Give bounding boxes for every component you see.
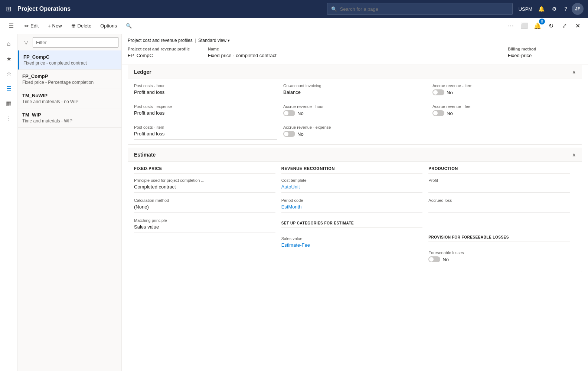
record-header: Project cost and revenue profile FP_Comp…: [122, 45, 588, 65]
foreseeable-losses-label: Foreseeable losses: [428, 250, 570, 255]
options-button[interactable]: Options: [97, 21, 121, 31]
list-panel: ▽ FP_CompC Fixed price - completed contr…: [18, 34, 122, 371]
name-label: Name: [208, 47, 502, 51]
estimate-section-header[interactable]: Estimate ∧: [128, 148, 582, 162]
matching-principle-value[interactable]: Sales value: [134, 224, 275, 233]
name-field: Name Fixed price - completed contract: [208, 47, 502, 60]
cost-template-value[interactable]: AutoUnit: [281, 184, 423, 193]
accrue-revenue-item-toggle[interactable]: [432, 89, 444, 95]
list-item-tm-wip[interactable]: TM_WIP Time and materials - WIP: [18, 108, 121, 128]
setup-categories-header: SET UP CATEGORIES FOR ESTIMATE: [281, 221, 423, 228]
search-input[interactable]: [340, 6, 509, 12]
favorites-icon[interactable]: ☆: [2, 67, 16, 80]
list-item-subtitle-tm-wip: Time and materials - WIP: [22, 118, 117, 124]
billing-value[interactable]: Fixed-price: [508, 53, 582, 60]
new-button[interactable]: + New: [44, 21, 65, 31]
search-icon: 🔍: [331, 6, 337, 12]
post-costs-item-value[interactable]: Profit and loss: [134, 131, 277, 140]
activity-button[interactable]: 🔔 0: [532, 20, 543, 32]
post-costs-hour-value[interactable]: Profit and loss: [134, 89, 277, 98]
hamburger-menu-icon[interactable]: ☰: [4, 19, 18, 33]
list-item-fp-compp[interactable]: FP_CompP Fixed price - Percentage comple…: [18, 70, 121, 89]
list-item-title-tm-wip: TM_WIP: [22, 112, 117, 118]
main-layout: ⌂ ★ ☆ ☰ ▦ ⋮ ▽ FP_CompC Fixed price - com…: [0, 34, 588, 371]
accrue-revenue-expense-value: No: [297, 131, 304, 137]
list-item-tm-nowip[interactable]: TM_NoWIP Time and materials - no WIP: [18, 89, 121, 108]
ledger-collapse-icon[interactable]: ∧: [572, 69, 576, 75]
connections-button[interactable]: ⋯: [505, 20, 517, 32]
accrued-loss-field: Accrued loss: [428, 198, 570, 213]
post-costs-expense-field: Post costs - expense Profit and loss: [134, 104, 277, 119]
home-icon[interactable]: ⌂: [2, 37, 16, 50]
list-filter-input[interactable]: [33, 37, 118, 47]
new-window-button[interactable]: ⤢: [558, 20, 570, 32]
matching-principle-field: Matching principle Sales value: [134, 218, 275, 233]
list-items: FP_CompC Fixed price - completed contrac…: [18, 50, 121, 371]
calc-method-value[interactable]: (None): [134, 204, 275, 213]
edit-icon: ✏: [24, 23, 29, 29]
user-avatar[interactable]: JF: [572, 3, 584, 15]
refresh-button[interactable]: ↻: [545, 20, 557, 32]
list-item-subtitle-fp-compc: Fixed price - completed contract: [23, 60, 117, 66]
dashboards-icon[interactable]: ▦: [2, 96, 16, 110]
list-toolbar: ▽: [18, 34, 121, 50]
ledger-section: Ledger ∧ Post costs - hour Profit and lo…: [128, 65, 582, 145]
cost-template-label: Cost template: [281, 178, 423, 183]
list-item-fp-compc[interactable]: FP_CompC Fixed price - completed contrac…: [18, 50, 121, 70]
accrued-loss-label: Accrued loss: [428, 198, 570, 203]
profile-value[interactable]: FP_CompC: [128, 53, 202, 60]
accrue-revenue-fee-label: Accrue revenue - fee: [432, 104, 576, 109]
breadcrumb: Project cost and revenue profiles | Stan…: [122, 34, 588, 45]
close-button[interactable]: ✕: [572, 20, 584, 32]
profile-label: Project cost and revenue profile: [128, 47, 202, 51]
revenue-recognition-column: REVENUE RECOGNITION Cost template AutoUn…: [281, 166, 429, 267]
breadcrumb-parent[interactable]: Project cost and revenue profiles: [128, 38, 193, 43]
add-icon: +: [48, 23, 50, 29]
left-sidebar: ⌂ ★ ☆ ☰ ▦ ⋮: [0, 34, 18, 371]
ledger-row-1: Post costs - hour Profit and loss On-acc…: [134, 83, 576, 98]
global-search[interactable]: 🔍: [327, 3, 513, 15]
help-icon[interactable]: ?: [561, 4, 570, 13]
accrue-revenue-fee-value: No: [447, 111, 453, 116]
principle-value[interactable]: Completed contract: [134, 184, 275, 193]
estimate-collapse-icon[interactable]: ∧: [572, 152, 576, 158]
sitemap-icon[interactable]: ⋮: [2, 111, 16, 125]
recent-icon[interactable]: ★: [2, 52, 16, 65]
provision-header: PROVISION FOR FORESEEABLE LOSSES: [428, 235, 570, 242]
foreseeable-losses-toggle[interactable]: [428, 256, 440, 262]
edit-button[interactable]: ✏ Edit: [21, 21, 42, 31]
list-item-title-fp-compp: FP_CompP: [22, 73, 117, 79]
waffle-icon[interactable]: ⊞: [4, 3, 13, 14]
name-value[interactable]: Fixed price - completed contract: [208, 53, 502, 60]
search-records-icon[interactable]: 🔍: [122, 21, 135, 31]
ledger-section-header[interactable]: Ledger ∧: [128, 65, 582, 79]
on-account-invoicing-value[interactable]: Balance: [283, 89, 427, 98]
view-selector[interactable]: Standard view ▾: [198, 38, 230, 43]
delete-button[interactable]: 🗑 Delete: [67, 21, 95, 31]
accrue-revenue-fee-toggle[interactable]: [432, 110, 444, 116]
notifications-icon[interactable]: 🔔: [535, 4, 548, 13]
period-code-value[interactable]: EstMonth: [281, 204, 423, 213]
accrued-loss-value[interactable]: [428, 204, 570, 213]
accrue-revenue-item-value: No: [447, 90, 453, 95]
production-column: Production Profit Accrued loss PROVISION: [428, 166, 576, 267]
setup-categories-header-field: SET UP CATEGORIES FOR ESTIMATE: [281, 218, 423, 231]
post-costs-expense-value[interactable]: Profit and loss: [134, 110, 277, 119]
accrue-revenue-expense-toggle[interactable]: [283, 131, 295, 137]
list-item-subtitle-tm-nowip: Time and materials - no WIP: [22, 99, 117, 104]
sales-value-value[interactable]: Estimate-Fee: [281, 242, 423, 251]
profit-value[interactable]: [428, 184, 570, 193]
accrue-revenue-hour-toggle[interactable]: [283, 110, 295, 116]
ledger-section-body: Post costs - hour Profit and loss On-acc…: [128, 79, 582, 144]
main-content: Project cost and revenue profile FP_Comp…: [122, 45, 588, 371]
fixed-price-column: FIXED-PRICE Principle used for project c…: [134, 166, 281, 267]
profit-field: Profit: [428, 178, 570, 193]
split-view-button[interactable]: ⬜: [518, 20, 530, 32]
sales-value-label: Sales value: [281, 236, 423, 241]
filter-icon[interactable]: ▽: [21, 37, 31, 47]
profit-label: Profit: [428, 178, 570, 183]
settings-icon[interactable]: ⚙: [549, 4, 560, 13]
list-icon[interactable]: ☰: [2, 82, 16, 95]
top-nav-actions: USPM 🔔 ⚙ ? JF: [517, 3, 584, 15]
accrue-revenue-expense-field: Accrue revenue - expense No: [283, 125, 427, 140]
